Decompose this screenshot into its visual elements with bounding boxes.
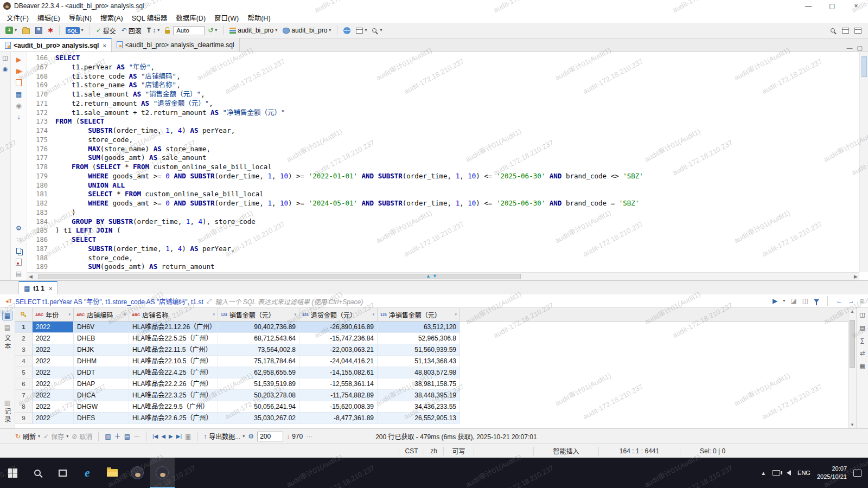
status-segment[interactable]: 164 : 1 : 6441 (598, 447, 680, 455)
minimize-button[interactable]: — (796, 0, 820, 12)
close-result-tab-icon[interactable]: × (49, 285, 52, 292)
maximize-button[interactable]: ▢ (820, 0, 844, 12)
cell[interactable]: 90,402,736.89 (218, 322, 299, 333)
cell[interactable]: 2022 (33, 322, 74, 333)
network-button[interactable] (341, 26, 353, 35)
add-row-button[interactable]: ＋ (114, 433, 121, 440)
cell[interactable]: 51,539,519.89 (218, 378, 299, 390)
previous-row-button[interactable]: ◀ (161, 434, 165, 439)
cell[interactable]: -15,620,008.39 (299, 401, 378, 413)
toggle-panel-button[interactable] (852, 27, 864, 35)
refresh-button[interactable]: ↻ 刷新 ▾ (15, 432, 40, 441)
cell[interactable]: DHES (74, 413, 129, 424)
perspective-button[interactable] (840, 27, 851, 35)
cell[interactable]: 2022 (33, 413, 74, 424)
cell[interactable]: 38,981,158.75 (378, 378, 460, 390)
cell[interactable]: 38,448,395.19 (378, 390, 460, 401)
save-all-button[interactable] (33, 26, 44, 35)
new-object-button[interactable]: ✱ (46, 26, 55, 35)
transaction-auto-select[interactable]: Auto (173, 26, 205, 35)
cell[interactable]: -8,477,361.89 (299, 413, 378, 424)
status-segment[interactable]: 可写 (443, 447, 474, 455)
column-filter-icon[interactable]: ▾ (294, 312, 296, 317)
cell[interactable]: 48,803,572.98 (378, 367, 460, 378)
input-language-indicator[interactable]: ENG (797, 470, 810, 476)
status-segment[interactable]: CST (399, 447, 424, 455)
cancel-button[interactable]: ⊘ 取消 (72, 432, 92, 441)
next-row-button[interactable]: ▶ (169, 434, 173, 439)
column-filter-icon[interactable]: ▾ (124, 312, 126, 317)
references-panel-icon[interactable]: ⇄ (860, 350, 865, 357)
cell[interactable]: HLA唯品会22.11.5（广州） (129, 344, 218, 356)
column-filter-icon[interactable]: ▾ (213, 312, 215, 317)
row-number[interactable]: 1 (15, 322, 33, 333)
cell[interactable]: 75,178,784.64 (218, 356, 299, 367)
cell[interactable]: 2022 (33, 333, 74, 344)
cell[interactable]: 73,564,002.8 (218, 344, 299, 356)
volume-icon[interactable] (787, 470, 791, 476)
cell[interactable]: 2022 (33, 390, 74, 401)
notification-center-icon[interactable] (853, 470, 861, 477)
calc-panel-icon[interactable]: ∑ (860, 337, 865, 344)
export-data-button[interactable]: ↑ 导出数据... ▾ (203, 432, 245, 441)
cell[interactable]: 52,965,306.8 (378, 333, 460, 344)
internet-explorer-button[interactable]: e (75, 458, 100, 488)
cell[interactable]: 51,560,939.59 (378, 344, 460, 356)
duplicate-row-button[interactable]: ▤ (124, 433, 130, 440)
cell[interactable]: 2022 (33, 344, 74, 356)
expand-filter-icon[interactable]: ⤢ (207, 298, 212, 304)
search-button[interactable]: ▾ (370, 27, 384, 34)
cell[interactable]: -26,890,616.89 (299, 322, 378, 333)
text-presentation-button[interactable]: ▤ (4, 324, 10, 331)
focus-row-button[interactable]: ▣ (185, 433, 191, 440)
rollback-button[interactable]: ↶ 回滚 (119, 25, 144, 36)
scroll-right-icon[interactable]: ▶ (854, 274, 858, 279)
tray-chevron-icon[interactable]: ▲ (761, 470, 766, 476)
scroll-down-icon[interactable]: ▼ (850, 422, 854, 427)
cell[interactable]: 2022 (33, 401, 74, 413)
cell[interactable]: 63,512,120 (378, 322, 460, 333)
column-header-2[interactable]: ABC店铺编码▾ (74, 308, 129, 321)
edit-cell-button[interactable]: ▥ (105, 433, 111, 440)
grid-vertical-scrollbar[interactable]: ▲ ▼ (848, 308, 856, 428)
column-header-6[interactable]: 123净销售金额（元）▾ (378, 308, 460, 321)
result-tab-t1[interactable]: ▦ t1 1 × (18, 281, 58, 294)
copy-icon[interactable] (16, 248, 21, 254)
editor-vertical-scrollbar[interactable] (859, 52, 868, 272)
cell[interactable]: DHGW (74, 401, 129, 413)
sash-collapse-icons[interactable]: ▲▼ (426, 273, 439, 279)
clear-filter-button[interactable]: ◪ (790, 298, 796, 304)
editor-horizontal-scrollbar[interactable]: ◀ ▲▼ ▶ (27, 272, 859, 280)
filter-funnel-icon[interactable] (814, 299, 819, 303)
transaction-mode-button[interactable]: T ↕ ▾ (145, 25, 162, 35)
new-script-icon[interactable] (16, 259, 22, 266)
row-number[interactable]: 2 (15, 333, 33, 344)
cell[interactable]: 50,056,241.94 (218, 401, 299, 413)
value-viewer-panel-icon[interactable]: ◫ (859, 311, 865, 318)
text-presentation-label[interactable]: 文本 (3, 335, 12, 351)
cell[interactable]: -15,747,236.84 (299, 333, 378, 344)
explain-plan-button[interactable] (16, 79, 22, 86)
tab-analysis-cleartime-sql[interactable]: <audit_bi_pro> analysis_cleartime.sql (112, 38, 240, 52)
row-number[interactable]: 9 (15, 413, 33, 424)
menu-item[interactable]: 数据库(D) (171, 12, 210, 23)
sql-editor[interactable]: 166SELECT167 t1.perYear AS "年份",168 t1.s… (27, 52, 859, 272)
scroll-up-icon[interactable]: ▲ (850, 309, 854, 314)
menu-item[interactable]: 文件(F) (2, 12, 33, 23)
cell[interactable]: HLA唯品会22.2.26（广州） (129, 378, 218, 390)
cell[interactable]: DHCA (74, 390, 129, 401)
start-button[interactable] (0, 458, 25, 488)
results-grid[interactable]: ABC年份▾ABC店铺编码▾ABC店铺名称▾123销售金额（元）▾123退货金额… (15, 308, 848, 428)
menu-item[interactable]: 编辑(E) (33, 12, 65, 23)
fetch-all-button[interactable]: ↓ 970 (286, 433, 303, 440)
filter-query-text[interactable]: SELECT t1.perYear AS "年份", t1.store_code… (15, 297, 203, 306)
grid-presentation-button[interactable]: ▦ (2, 311, 12, 320)
save-button[interactable]: ✓ 保存 ▾ (43, 432, 68, 441)
row-number[interactable]: 3 (15, 344, 33, 356)
transaction-log-button[interactable]: ↺ ▾ (206, 26, 219, 35)
scrollbar-thumb[interactable] (38, 274, 521, 279)
result-settings-gear-icon[interactable]: ⚙ (248, 433, 254, 440)
column-header-5[interactable]: 123退货金额（元）▾ (299, 308, 378, 321)
cell[interactable]: -14,155,082.61 (299, 367, 378, 378)
status-segment[interactable]: Sel: 0 | 0 (680, 447, 745, 455)
